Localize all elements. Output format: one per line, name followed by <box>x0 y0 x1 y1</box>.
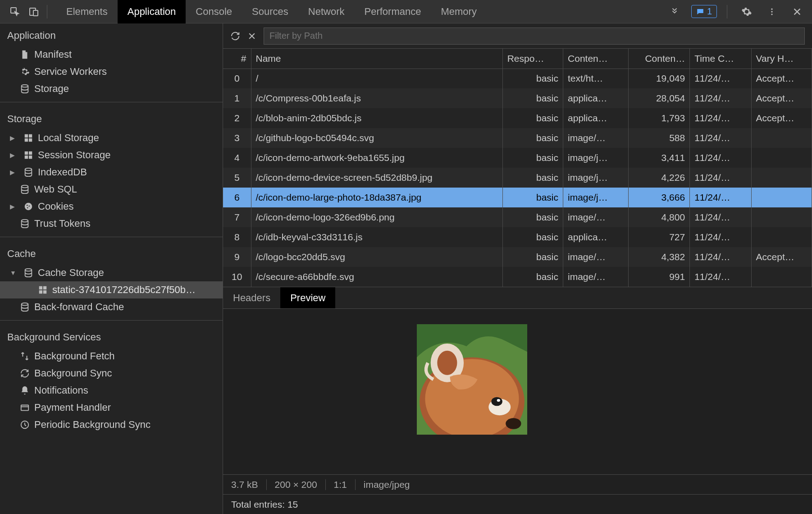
content: ApplicationManifestService WorkersStorag… <box>0 23 812 514</box>
cell-idx: 8 <box>223 227 251 247</box>
sidebar-item[interactable]: Periodic Background Sync <box>0 416 223 433</box>
table-row[interactable]: 4/c/icon-demo-artwork-9eba1655.jpgbasici… <box>223 148 812 168</box>
tab-elements[interactable]: Elements <box>56 0 118 23</box>
sidebar-item[interactable]: Background Fetch <box>0 348 223 365</box>
cell-idx: 0 <box>223 69 251 88</box>
sidebar-item[interactable]: Web SQL <box>0 181 223 198</box>
kebab-icon[interactable] <box>765 5 779 18</box>
svg-point-16 <box>22 185 28 188</box>
svg-point-38 <box>506 418 521 429</box>
more-tabs-icon[interactable] <box>668 5 681 18</box>
cache-table: #NameRespo…Conten…Conten…Time C…Vary H… … <box>223 49 812 287</box>
cell-content-length: 588 <box>628 128 689 148</box>
cell-content-length: 991 <box>628 267 689 287</box>
svg-rect-28 <box>21 405 29 411</box>
cell-name: / <box>251 69 502 88</box>
svg-point-20 <box>27 207 28 208</box>
gear-icon <box>20 67 30 77</box>
column-header[interactable]: Vary H… <box>751 49 812 69</box>
svg-point-18 <box>27 205 28 206</box>
table-row[interactable]: 6/c/icon-demo-large-photo-18da387a.jpgba… <box>223 188 812 207</box>
tab-performance[interactable]: Performance <box>354 0 431 23</box>
refresh-button[interactable] <box>230 31 240 41</box>
sidebar-item-label: static-3741017226db5c27f50b… <box>52 284 196 296</box>
cell-vary <box>751 148 812 168</box>
devtools-toolbar: ElementsApplicationConsoleSourcesNetwork… <box>0 0 812 23</box>
tab-console[interactable]: Console <box>186 0 242 23</box>
cell-content-type: image/j… <box>563 188 629 207</box>
sidebar-item[interactable]: static-3741017226db5c27f50b… <box>0 281 223 298</box>
tab-network[interactable]: Network <box>298 0 355 23</box>
sidebar-item[interactable]: Background Sync <box>0 365 223 382</box>
column-header[interactable]: Name <box>251 49 502 69</box>
section-title: Background Services <box>0 325 223 348</box>
sidebar-item-label: Periodic Background Sync <box>34 419 151 431</box>
cell-response: basic <box>502 148 563 168</box>
column-header[interactable]: Conten… <box>628 49 689 69</box>
cell-idx: 1 <box>223 88 251 108</box>
cell-vary: Accept… <box>751 69 812 88</box>
cell-idx: 2 <box>223 108 251 128</box>
clear-button[interactable] <box>247 32 256 41</box>
table-row[interactable]: 9/c/logo-bcc20dd5.svgbasicimage/…4,38211… <box>223 247 812 267</box>
table-row[interactable]: 1/c/Compress-00b1eafa.jsbasicapplica…28,… <box>223 88 812 108</box>
cell-name: /c/icon-demo-device-screen-5d52d8b9.jpg <box>251 168 502 188</box>
sidebar-item[interactable]: Notifications <box>0 382 223 399</box>
table-row[interactable]: 3/c/github-logo-bc05494c.svgbasicimage/…… <box>223 128 812 148</box>
sidebar-item[interactable]: ▼Cache Storage <box>0 264 223 281</box>
table-row[interactable]: 7/c/icon-demo-logo-326ed9b6.pngbasicimag… <box>223 207 812 227</box>
column-header[interactable]: Respo… <box>502 49 563 69</box>
settings-icon[interactable] <box>740 5 753 18</box>
cell-name: /c/icon-demo-large-photo-18da387a.jpg <box>251 188 502 207</box>
issues-badge[interactable]: 1 <box>691 5 717 18</box>
cell-content-length: 727 <box>628 227 689 247</box>
main-panel: #NameRespo…Conten…Conten…Time C…Vary H… … <box>223 23 812 514</box>
tab-sources[interactable]: Sources <box>242 0 298 23</box>
svg-point-21 <box>22 220 28 222</box>
table-row[interactable]: 2/c/blob-anim-2db05bdc.jsbasicapplica…1,… <box>223 108 812 128</box>
chevron-right-icon: ▶ <box>10 134 16 142</box>
cell-response: basic <box>502 108 563 128</box>
close-icon[interactable] <box>790 5 804 18</box>
cell-name: /c/blob-anim-2db05bdc.js <box>251 108 502 128</box>
sync-icon <box>20 368 30 378</box>
column-header[interactable]: Time C… <box>690 49 751 69</box>
sidebar-item[interactable]: ▶IndexedDB <box>0 164 223 181</box>
sidebar-item[interactable]: ▶Local Storage <box>0 129 223 147</box>
sidebar-item[interactable]: Service Workers <box>0 63 223 80</box>
inspect-icon[interactable] <box>8 5 22 18</box>
device-toggle-icon[interactable] <box>27 5 41 18</box>
tab-memory[interactable]: Memory <box>431 0 486 23</box>
cell-content-length: 19,049 <box>628 69 689 88</box>
cell-response: basic <box>502 128 563 148</box>
sidebar-item[interactable]: ▶Cookies <box>0 198 223 215</box>
table-row[interactable]: 5/c/icon-demo-device-screen-5d52d8b9.jpg… <box>223 168 812 188</box>
sidebar-item[interactable]: Trust Tokens <box>0 215 223 232</box>
detail-tab-preview[interactable]: Preview <box>280 287 335 308</box>
sidebar-item-label: Cache Storage <box>38 267 104 279</box>
filter-input[interactable] <box>264 28 805 45</box>
cell-content-length: 3,666 <box>628 188 689 207</box>
sidebar-item[interactable]: ▶Session Storage <box>0 147 223 164</box>
detail-tab-headers[interactable]: Headers <box>223 287 280 308</box>
cell-vary <box>751 168 812 188</box>
svg-point-15 <box>25 168 32 171</box>
sidebar-item[interactable]: Back-forward Cache <box>0 298 223 316</box>
status-zoom: 1:1 <box>326 479 356 490</box>
table-row[interactable]: 0/basictext/ht…19,04911/24/…Accept… <box>223 69 812 88</box>
cell-content-length: 3,411 <box>628 148 689 168</box>
sidebar-item[interactable]: Storage <box>0 80 223 97</box>
svg-point-27 <box>22 303 28 306</box>
column-header[interactable]: # <box>223 49 251 69</box>
cell-content-type: applica… <box>563 108 629 128</box>
sidebar-item[interactable]: Payment Handler <box>0 399 223 416</box>
table-row[interactable]: 8/c/idb-keyval-c33d3116.jsbasicapplica…7… <box>223 227 812 247</box>
table-row[interactable]: 10/c/secure-a66bbdfe.svgbasicimage/…9911… <box>223 267 812 287</box>
sidebar-item[interactable]: Manifest <box>0 46 223 63</box>
cell-idx: 6 <box>223 188 251 207</box>
database-icon <box>20 84 30 94</box>
column-header[interactable]: Conten… <box>563 49 629 69</box>
tab-application[interactable]: Application <box>118 0 186 23</box>
chevron-down-icon: ▼ <box>10 269 16 276</box>
cell-time: 11/24/… <box>690 128 751 148</box>
